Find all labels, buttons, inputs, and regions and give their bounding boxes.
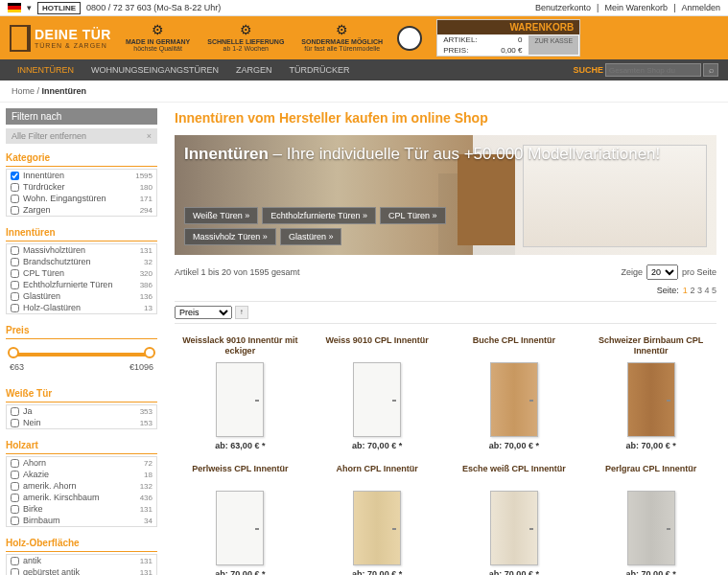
filter-sidebar: Filtern nach Alle Filter entfernen Kateg… [0, 103, 163, 575]
product-card[interactable]: Perlweiss CPL Innentürab: 70,00 € * [175, 460, 306, 575]
facet-title: Weiße Tür [6, 385, 157, 402]
hero-category-button[interactable]: Echtholzfurnierte Türen » [262, 207, 376, 224]
facet-checkbox[interactable] [11, 183, 19, 192]
feature-badge: ⚙SCHNELLE LIEFERUNGab 1-2 Wochen [207, 23, 284, 53]
facet-option[interactable]: amerik. Ahorn132 [7, 480, 156, 492]
logo-sub: TÜREN & ZARGEN [35, 42, 111, 49]
page-link[interactable]: 2 [690, 286, 694, 295]
facet-checkbox[interactable] [11, 292, 19, 301]
product-card[interactable]: Schweizer Birnbaum CPL Innentürab: 70,00… [585, 332, 716, 454]
facet-title: Innentüren [6, 224, 157, 242]
product-price: ab: 70,00 € * [316, 569, 439, 575]
hero-category-button[interactable]: Massivholz Türen » [184, 228, 276, 245]
facet-checkbox[interactable] [11, 195, 19, 203]
product-price: ab: 70,00 € * [453, 569, 576, 575]
facet-checkbox[interactable] [11, 304, 19, 312]
facet-checkbox[interactable] [11, 407, 19, 416]
product-price: ab: 63,00 € * [178, 441, 302, 450]
facet-option[interactable]: Zargen294 [7, 204, 156, 216]
facet-option[interactable]: Holz-Glastüren13 [7, 302, 156, 313]
hero-category-button[interactable]: CPL Türen » [380, 207, 446, 224]
facet-option[interactable]: Birnbaum34 [7, 515, 156, 526]
login-link[interactable]: Anmelden [681, 3, 720, 12]
facet-option[interactable]: Birke131 [7, 503, 156, 515]
product-card[interactable]: Esche weiß CPL Innentürab: 70,00 € * [449, 460, 580, 575]
page-size-select[interactable]: 20 [646, 264, 678, 280]
facet-checkbox[interactable] [11, 281, 19, 289]
breadcrumb-current: Innentüren [42, 86, 87, 96]
product-image [216, 491, 264, 565]
main-nav: INNENTÜRENWOHNUNGSEINGANGSTÜRENZARGENTÜR… [0, 59, 728, 80]
page-title: Innentüren vom Hersteller kaufen im onli… [175, 110, 716, 126]
product-card[interactable]: Weiss 9010 CPL Innentürab: 70,00 € * [312, 332, 443, 454]
product-name: Weiss 9010 CPL Innentür [316, 335, 439, 358]
facet-checkbox[interactable] [11, 471, 19, 479]
product-card[interactable]: Weisslack 9010 Innentür mit eckigerab: 6… [175, 332, 306, 454]
nav-item[interactable]: WOHNUNGSEINGANGSTÜREN [83, 61, 226, 79]
product-card[interactable]: Perlgrau CPL Innentürab: 70,00 € * [585, 460, 716, 575]
facet-option[interactable]: Innentüren1595 [7, 170, 156, 181]
hero-category-button[interactable]: Weiße Türen » [184, 207, 258, 224]
facet-checkbox[interactable] [11, 494, 19, 502]
facet-option[interactable]: Türdrücker180 [7, 181, 156, 193]
facet-checkbox[interactable] [11, 568, 19, 576]
search-input[interactable] [605, 63, 701, 77]
nav-item[interactable]: TÜRDRÜCKER [282, 61, 358, 79]
hero-category-button[interactable]: Glastüren » [280, 228, 342, 245]
facet-option[interactable]: gebürstet antik131 [7, 566, 156, 575]
product-name: Weisslack 9010 Innentür mit eckiger [178, 335, 302, 358]
hotline-badge: HOTLINE [37, 2, 81, 14]
page-link[interactable]: 4 [704, 286, 709, 295]
facet-option[interactable]: Echtholzfurnierte Türen386 [7, 279, 156, 290]
facet-option[interactable]: Ahorn72 [7, 457, 156, 469]
remove-all-filters[interactable]: Alle Filter entfernen [6, 128, 157, 144]
facet-checkbox[interactable] [11, 482, 19, 491]
facet-checkbox[interactable] [11, 557, 19, 565]
product-card[interactable]: Buche CPL Innentürab: 70,00 € * [449, 332, 580, 454]
search-button[interactable]: ⌕ [703, 63, 718, 77]
sort-direction-button[interactable]: ↑ [235, 306, 248, 319]
facet-checkbox[interactable] [11, 419, 19, 427]
features: ⚙MADE IN GERMANYhöchste Qualität⚙SCHNELL… [126, 23, 383, 53]
facet-checkbox[interactable] [11, 246, 19, 255]
sort-select[interactable]: Preis [175, 306, 232, 319]
facet-checkbox[interactable] [11, 505, 19, 514]
facet-option[interactable]: Brandschutztüren32 [7, 256, 156, 267]
product-name: Buche CPL Innentür [453, 335, 576, 358]
price-slider[interactable]: €63€1096 [6, 341, 157, 378]
facet-option[interactable]: Ja353 [7, 405, 156, 417]
facet-option[interactable]: CPL Türen320 [7, 267, 156, 279]
page-link[interactable]: 5 [712, 286, 716, 295]
facet-checkbox[interactable] [11, 269, 19, 278]
facet-option[interactable]: Glastüren136 [7, 290, 156, 302]
facet-option[interactable]: Wohn. Eingangstüren171 [7, 193, 156, 204]
page-link[interactable]: 3 [697, 286, 702, 295]
facet-option[interactable]: Massivholztüren131 [7, 244, 156, 256]
facet-checkbox[interactable] [11, 517, 19, 525]
facet-option[interactable]: Akazie18 [7, 469, 156, 480]
facet-checkbox[interactable] [11, 459, 19, 468]
product-image [216, 362, 264, 437]
cart-title: WARENKORB [437, 20, 579, 34]
mini-cart[interactable]: WARENKORB ARTIKEL:0 PREIS:0,00 € ZUR KAS… [436, 19, 580, 57]
facet-option[interactable]: Nein153 [7, 417, 156, 428]
facet-title: Preis [6, 322, 157, 339]
account-link[interactable]: Benutzerkonto [535, 3, 591, 12]
product-price: ab: 70,00 € * [316, 441, 439, 450]
facet-option[interactable]: amerik. Kirschbaum436 [7, 492, 156, 503]
facet-checkbox[interactable] [11, 206, 19, 215]
breadcrumb-home[interactable]: Home [12, 86, 35, 96]
nav-item[interactable]: ZARGEN [228, 61, 280, 79]
my-cart-link[interactable]: Mein Warenkorb [604, 3, 668, 12]
page-link[interactable]: 1 [683, 286, 688, 295]
arrow-down-icon[interactable]: ▾ [27, 3, 32, 12]
logo[interactable]: DEINE TÜR TÜREN & ZARGEN [10, 25, 111, 52]
facet-checkbox[interactable] [11, 172, 19, 180]
facet-option[interactable]: antik131 [7, 555, 156, 566]
checkout-button[interactable]: ZUR KASSE [528, 35, 578, 55]
nav-item[interactable]: INNENTÜREN [10, 61, 82, 79]
facet-box: Ahorn72Akazie18amerik. Ahorn132amerik. K… [6, 456, 157, 527]
facet-checkbox[interactable] [11, 258, 19, 266]
product-name: Perlweiss CPL Innentür [178, 464, 302, 487]
product-card[interactable]: Ahorn CPL Innentürab: 70,00 € * [312, 460, 443, 575]
